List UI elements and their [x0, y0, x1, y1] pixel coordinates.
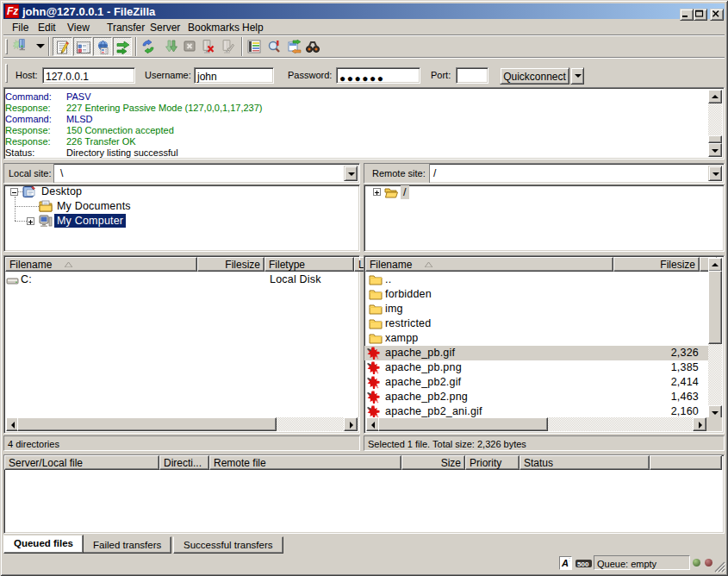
svg-text:Fz: Fz [7, 5, 18, 17]
